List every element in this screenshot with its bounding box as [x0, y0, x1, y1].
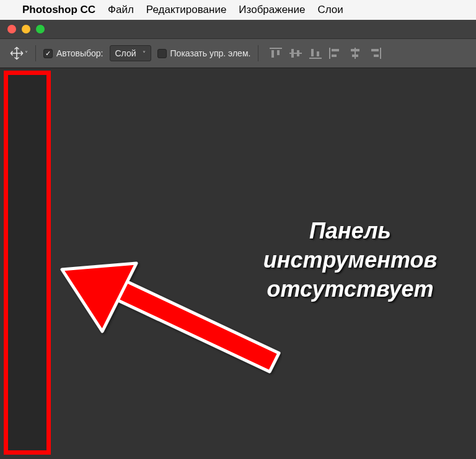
menu-image[interactable]: Изображение [239, 4, 305, 16]
align-vcenter-icon[interactable] [289, 48, 302, 59]
align-left-icon[interactable] [329, 48, 342, 59]
window-close-button[interactable] [7, 25, 16, 33]
svg-rect-19 [374, 55, 379, 57]
show-controls-checkbox[interactable] [157, 49, 167, 58]
svg-rect-11 [329, 48, 330, 59]
svg-rect-6 [291, 49, 294, 58]
autoselect-label: Автовыбор: [56, 48, 104, 58]
autoselect-checkbox[interactable] [43, 49, 53, 58]
autoselect-type-select[interactable]: Слой ˅ [110, 45, 151, 61]
align-hcenter-icon[interactable] [349, 48, 361, 59]
svg-marker-20 [112, 279, 279, 372]
window-minimize-button[interactable] [22, 25, 30, 33]
show-controls-checkbox-group[interactable]: Показать упр. элем. [157, 48, 251, 58]
menu-edit[interactable]: Редактирование [146, 4, 227, 16]
toolbar-missing-highlight [4, 71, 51, 455]
separator [35, 45, 36, 61]
chevron-down-icon: ˅ [143, 50, 146, 57]
tool-dropdown-caret-icon: ˅ [25, 50, 28, 57]
annotation-line1: Панель [309, 218, 391, 243]
app-name-menu[interactable]: Photoshop CC [22, 4, 95, 16]
svg-rect-10 [317, 51, 319, 56]
svg-rect-17 [380, 48, 381, 59]
align-right-icon[interactable] [369, 48, 381, 59]
macos-menubar: Photoshop CC Файл Редактирование Изображ… [0, 0, 476, 20]
svg-rect-12 [332, 49, 339, 51]
svg-rect-9 [311, 49, 314, 56]
window-maximize-button[interactable] [36, 25, 45, 33]
svg-rect-18 [371, 49, 379, 51]
svg-rect-4 [277, 50, 280, 55]
show-controls-label: Показать упр. элем. [170, 48, 251, 58]
current-tool-indicator[interactable]: ˅ [10, 46, 28, 60]
workspace-canvas-area: Панель инструментов отсутствует [0, 68, 476, 459]
svg-rect-3 [271, 50, 274, 58]
svg-rect-16 [352, 55, 358, 57]
svg-rect-8 [309, 58, 322, 59]
menu-file[interactable]: Файл [108, 4, 134, 16]
align-top-icon[interactable] [270, 48, 282, 59]
autoselect-checkbox-group[interactable]: Автовыбор: [43, 48, 104, 58]
annotation-arrow-icon [53, 248, 282, 390]
annotation-line2: инструментов [263, 247, 438, 273]
svg-rect-15 [351, 49, 359, 51]
svg-rect-13 [332, 55, 337, 57]
window-titlebar [0, 20, 476, 38]
separator [258, 45, 258, 61]
svg-rect-7 [297, 50, 299, 56]
menu-layers[interactable]: Слои [317, 4, 343, 16]
options-bar: ˅ Автовыбор: Слой ˅ Показать упр. элем. [0, 38, 476, 68]
svg-rect-2 [270, 48, 282, 49]
move-tool-icon [10, 46, 24, 60]
annotation-line3: отсутствует [267, 276, 433, 302]
select-value: Слой [115, 48, 136, 58]
align-bottom-icon[interactable] [309, 48, 322, 59]
